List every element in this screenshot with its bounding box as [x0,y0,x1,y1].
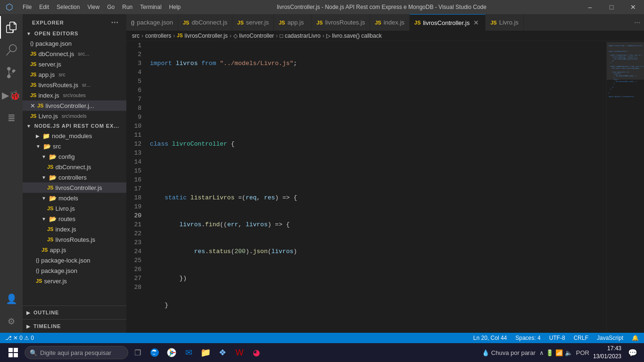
language-indicator[interactable]: POR [576,349,589,356]
folder-routes[interactable]: ▼ 📂 routes [23,214,126,224]
activity-extensions[interactable]: ≣ [0,107,23,129]
open-editors-section[interactable]: ▼ OPEN EDITORS [23,29,126,38]
line-col[interactable]: Ln 20, Col 44 [472,335,508,341]
code-line-3 [150,113,606,122]
file-livrosroutes[interactable]: JS livrosRoutes.js [23,234,126,245]
folder-node-modules[interactable]: ▶ 📁 node_modules [23,131,126,141]
activity-explorer[interactable] [0,16,23,39]
tab-label: server.js [246,19,269,26]
outline-toggle[interactable]: ▶ OUTLINE [23,308,126,317]
folder-models[interactable]: ▼ 📂 models [23,193,126,203]
file-livro[interactable]: JS Livro.js [23,203,126,214]
taskbar-chrome[interactable] [164,345,179,360]
maximize-button[interactable]: □ [601,0,622,14]
menu-selection[interactable]: Selection [53,0,83,14]
open-editor-app[interactable]: JS app.js src [23,69,126,80]
tab-app[interactable]: JS app.js [274,14,312,31]
tabs-more-button[interactable]: ⋯ [630,14,644,31]
code-editor[interactable]: 1 2 3 4 5 6 7 8 9 10 11 12 13 14 [126,41,606,333]
menu-help[interactable]: Help [165,0,185,14]
caret-up-icon[interactable]: ∧ [539,349,544,356]
menu-view[interactable]: View [83,0,103,14]
systray[interactable]: 💧 Chuva por parar [482,349,536,356]
breadcrumb-controllers[interactable]: controllers [145,33,171,39]
activity-git[interactable] [0,61,23,84]
file-package-lock[interactable]: {} package-lock.json [23,255,126,265]
tab-package-json[interactable]: {} package.json [126,14,178,31]
taskbar-vscode[interactable]: ❖ [215,345,230,360]
svg-point-0 [150,348,159,357]
menu-run[interactable]: Run [118,0,136,14]
activity-search[interactable] [0,39,23,61]
status-bar: ⎇ ✕ 0 ⚠ 0 Ln 20, Col 44 Spaces: 4 UTF-8 … [0,333,644,343]
minimize-button[interactable]: ‒ [579,0,601,14]
open-editor-livrosroutes[interactable]: JS livrosRoutes.js sr... [23,80,126,90]
breadcrumb-callback[interactable]: ▷ livro.save() callback [326,33,382,39]
tab-index[interactable]: JS index.js [370,14,410,31]
file-server[interactable]: JS server.js [23,276,126,286]
line-col-text: Ln 20, Col 44 [473,335,507,341]
js-icon: JS [30,82,36,88]
folder-config[interactable]: ▼ 📂 config [23,151,126,162]
search-icon: 🔍 [30,349,37,356]
tab-server[interactable]: JS server.js [232,14,274,31]
activity-settings[interactable]: ⚙ [0,310,23,333]
taskbar-files[interactable]: 📁 [198,345,213,360]
menu-terminal[interactable]: Terminal [136,0,165,14]
folder-src[interactable]: ▼ 📂 src [23,141,126,151]
breadcrumb-src[interactable]: src [132,33,140,39]
tab-livroscontroller[interactable]: JS livrosController.js ✕ [410,14,486,31]
file-livroscontroller[interactable]: JS livrosController.js [23,182,126,193]
code-line-8: res.status(200).json(livros) [150,247,606,256]
activity-account[interactable]: 👤 [0,288,23,310]
git-branch[interactable]: ⎇ ✕ 0 ⚠ 0 [4,335,35,341]
open-editor-package-json[interactable]: {} package.json [23,38,126,49]
taskbar-app1[interactable]: W [232,345,247,360]
minimap-viewport[interactable] [607,42,644,80]
file-index[interactable]: JS index.js [23,224,126,234]
tab-dbconnect[interactable]: JS dbConnect.js [178,14,232,31]
taskbar-taskview[interactable]: ❐ [130,345,145,360]
close-button[interactable]: ✕ [622,0,644,14]
open-editor-server[interactable]: JS server.js [23,59,126,69]
notification-button[interactable]: 💬 [625,345,640,360]
sidebar-more-button[interactable]: ⋯ [109,18,121,27]
close-icon[interactable]: ✕ [30,102,35,109]
menu-edit[interactable]: Edit [35,0,53,14]
breadcrumb-file[interactable]: livrosController.js [185,33,228,39]
folder-controllers[interactable]: ▼ 📂 controllers [23,172,126,182]
notifications[interactable]: 🔔 [630,335,640,341]
code-content[interactable]: import livros from "../models/Livro.js";… [145,41,606,333]
file-app[interactable]: JS app.js [23,245,126,255]
timeline-toggle[interactable]: ▶ TIMELINE [23,321,126,331]
menu-file[interactable]: File [19,0,35,14]
file-package-json[interactable]: {} package.json [23,265,126,276]
systray-icons[interactable]: ∧ 🔋 📶 🔈 [539,349,572,356]
taskbar-search[interactable]: 🔍 Digite aqui para pesquisar [25,346,128,359]
open-editor-livroscontroller[interactable]: ✕ JS livrosController.j... [23,100,126,111]
outline-label: OUTLINE [33,310,59,315]
taskbar-edge[interactable] [147,345,162,360]
warnings-count: ⚠ 0 [24,335,34,341]
line-ending[interactable]: CRLF [572,335,590,341]
tab-close-button[interactable]: ✕ [472,18,480,27]
start-button[interactable] [4,344,23,361]
tab-livrosroutes[interactable]: JS livrosRoutes.js [312,14,370,31]
taskbar-right: 💧 Chuva por parar ∧ 🔋 📶 🔈 POR 17:43 13/0… [482,345,640,361]
project-section[interactable]: ▼ NODE.JS API REST COM EX... [23,121,126,131]
breadcrumb-method[interactable]: □ cadastrarLivro [280,33,321,39]
encoding[interactable]: UTF-8 [548,335,567,341]
activity-debug[interactable]: ▶🐞 [0,84,23,107]
open-editor-dbconnect[interactable]: JS dbConnect.js src... [23,49,126,59]
clock[interactable]: 17:43 13/01/2023 [593,345,621,361]
language[interactable]: JavaScript [595,335,625,341]
tab-livro[interactable]: JS Livro.js [486,14,524,31]
menu-go[interactable]: Go [103,0,118,14]
file-dbconnect[interactable]: JS dbConnect.js [23,162,126,172]
open-editor-index[interactable]: JS index.js src\routes [23,90,126,100]
spaces[interactable]: Spaces: 4 [514,335,542,341]
taskbar-app2[interactable]: ◕ [249,345,264,360]
taskbar-mail[interactable]: ✉ [181,345,196,360]
open-editor-livro[interactable]: JS Livro.js src\models [23,111,126,121]
breadcrumb-class[interactable]: ◇ livroController [233,33,274,39]
